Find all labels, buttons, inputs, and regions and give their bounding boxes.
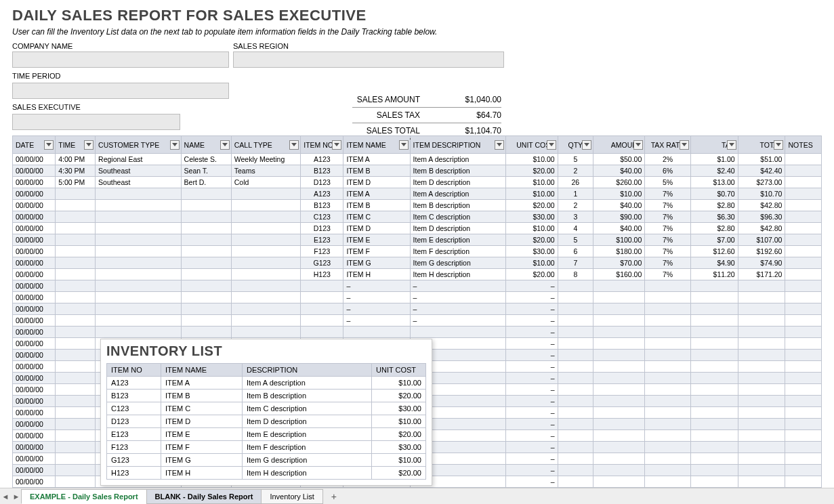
cell-qty[interactable]: 6 [558,246,593,257]
cell-itemNo[interactable]: C123 [301,211,343,223]
cell-time[interactable] [56,211,96,223]
table-row[interactable]: 00/00/00––– [13,280,822,292]
cell-notes[interactable] [785,188,822,200]
cell-qty[interactable] [558,350,593,361]
inv-cell-unitCost[interactable]: $30.00 [372,402,426,415]
cell-time[interactable] [56,315,96,327]
cell-unitCost[interactable]: – [506,327,558,338]
cell-amount[interactable] [593,419,644,430]
cell-name[interactable] [181,315,231,327]
cell-itemDesc[interactable]: – [410,303,506,315]
cell-taxRate[interactable] [645,338,691,350]
cell-tax[interactable]: $0.70 [690,188,738,200]
cell-total[interactable] [738,396,785,407]
cell-notes[interactable] [785,234,822,246]
inv-cell-unitCost[interactable]: $10.00 [372,377,426,390]
cell-callType[interactable] [231,257,300,269]
cell-unitCost[interactable]: – [506,315,558,327]
cell-tax[interactable] [690,303,738,315]
cell-time[interactable] [56,269,96,280]
cell-total[interactable] [738,453,785,465]
cell-time[interactable] [56,292,96,303]
cell-name[interactable] [181,292,231,303]
inv-cell-itemName[interactable]: ITEM F [161,441,243,454]
inv-row[interactable]: G123ITEM GItem G description$10.00 [107,454,426,467]
cell-date[interactable]: 00/00/00 [13,327,56,338]
cell-unitCost[interactable]: – [506,292,558,303]
inventory-list-popup[interactable]: INVENTORY LIST ITEM NO ITEM NAME DESCRIP… [100,339,432,486]
cell-qty[interactable] [558,442,593,453]
col-itemname[interactable]: ITEM NAME [343,136,410,154]
cell-time[interactable]: 5:00 PM [56,177,96,188]
cell-notes[interactable] [785,200,822,211]
cell-itemNo[interactable]: A123 [301,154,343,165]
cell-name[interactable] [181,280,231,292]
cell-date[interactable]: 00/00/00 [13,234,56,246]
cell-tax[interactable]: $2.40 [690,165,738,177]
table-row[interactable]: 00/00/00H123ITEM HItem H description$20.… [13,269,822,280]
cell-notes[interactable] [785,419,822,430]
cell-tax[interactable] [690,396,738,407]
inv-cell-desc[interactable]: Item A description [243,377,372,390]
cell-tax[interactable]: $7.00 [690,234,738,246]
cell-unitCost[interactable]: $30.00 [506,211,558,223]
inv-cell-unitCost[interactable]: $20.00 [372,390,426,402]
cell-qty[interactable]: 1 [558,188,593,200]
cell-taxRate[interactable]: 7% [645,234,691,246]
cell-amount[interactable]: $180.00 [593,246,644,257]
cell-total[interactable] [738,350,785,361]
cell-date[interactable]: 00/00/00 [13,361,56,373]
cell-itemName[interactable] [343,327,410,338]
cell-qty[interactable] [558,373,593,384]
cell-qty[interactable] [558,396,593,407]
cell-qty[interactable]: 5 [558,234,593,246]
cell-callType[interactable] [231,188,300,200]
cell-notes[interactable] [785,246,822,257]
cell-total[interactable]: $273.00 [738,177,785,188]
cell-tax[interactable] [690,419,738,430]
cell-date[interactable]: 00/00/00 [13,269,56,280]
cell-time[interactable] [56,257,96,269]
cell-date[interactable]: 00/00/00 [13,465,56,476]
cell-amount[interactable]: $260.00 [593,177,644,188]
cell-time[interactable] [56,338,96,350]
table-row[interactable]: 00/00/00B123ITEM BItem B description$20.… [13,200,822,211]
cell-date[interactable]: 00/00/00 [13,442,56,453]
table-row[interactable]: 00/00/004:00 PMRegional EastCeleste S.We… [13,154,822,165]
cell-callType[interactable]: Teams [231,165,300,177]
cell-qty[interactable] [558,338,593,350]
cell-unitCost[interactable]: $20.00 [506,269,558,280]
cell-tax[interactable] [690,430,738,442]
cell-name[interactable]: Bert D. [181,177,231,188]
cell-notes[interactable] [785,257,822,269]
filter-icon[interactable] [289,140,299,150]
inv-cell-desc[interactable]: Item D description [243,415,372,428]
cell-total[interactable]: $42.80 [738,223,785,234]
cell-itemNo[interactable]: D123 [301,223,343,234]
cell-total[interactable] [738,315,785,327]
inv-cell-itemName[interactable]: ITEM D [161,415,243,428]
cell-total[interactable]: $10.70 [738,188,785,200]
cell-total[interactable]: $171.20 [738,269,785,280]
cell-qty[interactable] [558,419,593,430]
cell-time[interactable] [56,361,96,373]
cell-itemName[interactable]: ITEM C [343,211,410,223]
table-row[interactable]: 00/00/00G123ITEM GItem G description$10.… [13,257,822,269]
inv-row[interactable]: D123ITEM DItem D description$10.00 [107,415,426,428]
filter-icon[interactable] [547,140,556,150]
cell-callType[interactable] [231,234,300,246]
cell-notes[interactable] [785,396,822,407]
cell-qty[interactable] [558,430,593,442]
cell-date[interactable]: 00/00/00 [13,315,56,327]
cell-total[interactable]: $107.00 [738,234,785,246]
table-row[interactable]: 00/00/00E123ITEM EItem E description$20.… [13,234,822,246]
inv-cell-itemName[interactable]: ITEM B [161,390,243,402]
cell-itemDesc[interactable]: Item H description [410,269,506,280]
cell-amount[interactable]: $40.00 [593,200,644,211]
cell-notes[interactable] [785,327,822,338]
sheet-tab-blank[interactable]: BLANK - Daily Sales Report [146,489,262,504]
cell-time[interactable]: 4:30 PM [56,165,96,177]
table-row[interactable]: 00/00/00––– [13,303,822,315]
cell-custType[interactable] [96,200,181,211]
cell-amount[interactable] [593,292,644,303]
